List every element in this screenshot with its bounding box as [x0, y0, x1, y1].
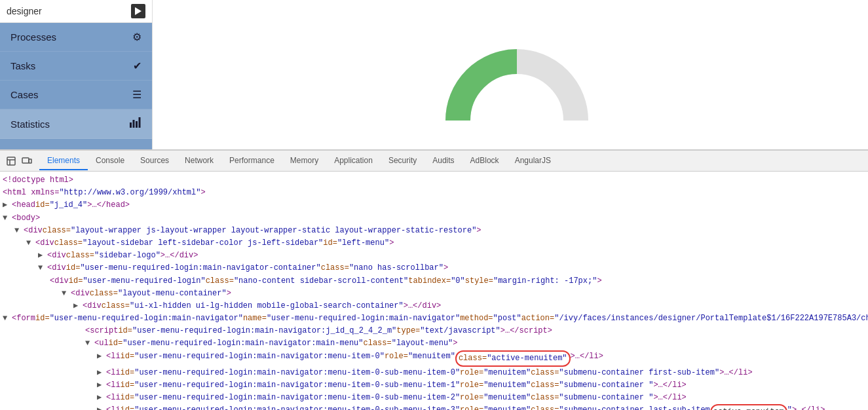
- code-line-layout-sidebar[interactable]: ▼ <div class="layout-sidebar left-sideba…: [0, 237, 868, 250]
- ul-toggle[interactable]: ▼: [85, 337, 94, 350]
- cases-icon: ☰: [132, 88, 142, 101]
- code-line-doctype: <!doctype html>: [0, 174, 868, 187]
- code-line-html: <html xmlns="http://www.w3.org/1999/xhtm…: [0, 187, 868, 199]
- svg-rect-4: [139, 117, 141, 128]
- html-open-tag: <html xmlns=: [3, 187, 59, 199]
- code-line-li-0[interactable]: ▶ <li id="user-menu-required-login:main-…: [0, 350, 868, 367]
- layout-menu-container-toggle[interactable]: ▼: [62, 288, 71, 300]
- code-line-layout-wrapper[interactable]: ▼ <div class="layout-wrapper js-layout-w…: [0, 225, 868, 237]
- code-line-body[interactable]: ▼ <body>: [0, 212, 868, 225]
- svg-point-5: [483, 86, 551, 127]
- statistics-icon: [130, 117, 142, 130]
- tab-security[interactable]: Security: [381, 152, 425, 170]
- code-line-ul[interactable]: ▼ <ul id="user-menu-required-login:main-…: [0, 337, 868, 350]
- code-line-mobile-search[interactable]: ▶ <div class="ui-xl-hidden ui-lg-hidden …: [0, 300, 868, 312]
- sidebar-processes-label: Processes: [10, 31, 56, 43]
- layout-wrapper-toggle[interactable]: ▼: [14, 225, 24, 237]
- li-sub-0-toggle[interactable]: ▶: [97, 367, 106, 379]
- sidebar-item-processes[interactable]: Processes ⚙: [0, 23, 152, 52]
- tab-application[interactable]: Application: [326, 152, 381, 170]
- li-sub-3-toggle[interactable]: ▶: [97, 404, 106, 410]
- tab-elements[interactable]: Elements: [39, 152, 88, 170]
- devtools-panel: Elements Console Sources Network Perform…: [0, 149, 868, 410]
- tab-network[interactable]: Network: [177, 152, 221, 170]
- code-line-li-sub-0[interactable]: ▶ <li id="user-menu-required-login:main-…: [0, 367, 868, 379]
- li-sub-1-toggle[interactable]: ▶: [97, 379, 106, 392]
- sidebar-cases-label: Cases: [10, 89, 39, 100]
- code-line-nano-content[interactable]: <div id="user-menu-required-login" class…: [0, 275, 868, 288]
- sidebar-item-cases[interactable]: Cases ☰: [0, 81, 152, 109]
- tab-adblock[interactable]: AdBlock: [462, 152, 507, 170]
- devtools-code-panel[interactable]: <!doctype html> <html xmlns="http://www.…: [0, 172, 868, 410]
- svg-rect-10: [29, 159, 31, 163]
- nav-container-toggle[interactable]: ▼: [38, 262, 47, 274]
- code-line-head[interactable]: ▶ <head id="j_id_4">…</head>: [0, 199, 868, 212]
- code-line-li-sub-2[interactable]: ▶ <li id="user-menu-required-login:main-…: [0, 392, 868, 404]
- sidebar-item-tasks[interactable]: Tasks ✔: [0, 52, 152, 81]
- svg-rect-2: [133, 120, 135, 128]
- tab-angularjs[interactable]: AngularJS: [507, 152, 559, 170]
- sidebar-statistics-label: Statistics: [10, 119, 50, 130]
- svg-rect-6: [7, 157, 15, 165]
- devtools-icon-buttons: [5, 155, 33, 167]
- sidebar-logo-toggle[interactable]: ▶: [38, 250, 47, 262]
- tab-console[interactable]: Console: [88, 152, 132, 170]
- svg-rect-3: [136, 121, 138, 128]
- mobile-search-toggle[interactable]: ▶: [73, 300, 83, 312]
- inspect-element-icon[interactable]: [5, 155, 17, 167]
- layout-sidebar-toggle[interactable]: ▼: [26, 237, 35, 250]
- tab-memory[interactable]: Memory: [282, 152, 326, 170]
- tab-sources[interactable]: Sources: [132, 152, 177, 170]
- code-line-sidebar-logo[interactable]: ▶ <div class="sidebar-logo">…</div>: [0, 250, 868, 262]
- sidebar: designer Processes ⚙ Tasks ✔ Cases ☰ Sta…: [0, 0, 152, 149]
- head-toggle[interactable]: ▶: [3, 199, 12, 212]
- form-toggle[interactable]: ▼: [3, 312, 12, 325]
- svg-rect-9: [22, 158, 29, 163]
- body-toggle[interactable]: ▼: [3, 212, 12, 225]
- code-line-navigator-container[interactable]: ▼ <div id="user-menu-required-login:main…: [0, 262, 868, 274]
- active-menuitem-highlight-0: class="active-menuitem": [455, 350, 571, 367]
- sidebar-tasks-label: Tasks: [10, 60, 35, 71]
- main-content-area: [152, 0, 868, 149]
- li-sub-2-toggle[interactable]: ▶: [97, 392, 106, 404]
- tab-audits[interactable]: Audits: [425, 152, 462, 170]
- sidebar-search-bar: designer: [0, 0, 152, 23]
- code-line-li-sub-1[interactable]: ▶ <li id="user-menu-required-login:main-…: [0, 379, 868, 392]
- devtools-tabs-bar: Elements Console Sources Network Perform…: [0, 151, 868, 172]
- code-line-layout-menu-container[interactable]: ▼ <div class="layout-menu-container">: [0, 288, 868, 300]
- sidebar-play-button[interactable]: [131, 4, 145, 18]
- code-line-li-sub-3[interactable]: ▶ <li id="user-menu-required-login:main-…: [0, 404, 868, 410]
- li-0-toggle[interactable]: ▶: [97, 350, 106, 363]
- code-line-form[interactable]: ▼ <form id="user-menu-required-login:mai…: [0, 312, 868, 325]
- svg-marker-0: [135, 7, 142, 15]
- sidebar-search-text: designer: [7, 6, 42, 16]
- sidebar-item-statistics[interactable]: Statistics: [0, 109, 152, 139]
- device-toggle-icon[interactable]: [21, 155, 33, 167]
- active-menuitem-highlight-end: active-menuitem: [710, 404, 787, 410]
- gauge-chart: [445, 42, 576, 121]
- doctype-text: <!doctype html>: [3, 174, 73, 187]
- tab-performance[interactable]: Performance: [221, 152, 282, 170]
- svg-rect-1: [130, 122, 132, 128]
- code-line-script[interactable]: <script id="user-menu-required-login:mai…: [0, 325, 868, 337]
- tasks-icon: ✔: [133, 60, 142, 72]
- processes-icon: ⚙: [132, 31, 142, 43]
